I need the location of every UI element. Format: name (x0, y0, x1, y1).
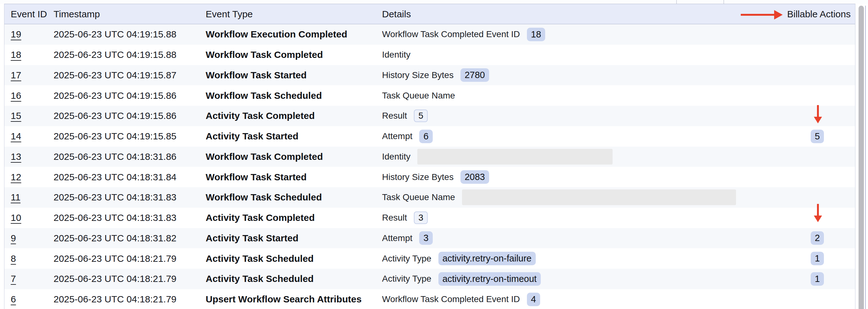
event-id-cell: 6 (4, 294, 54, 305)
event-id-link[interactable]: 15 (11, 110, 21, 121)
timestamp-cell: 2025-06-23 UTC 04:18:31.83 (54, 212, 206, 223)
timestamp-cell: 2025-06-23 UTC 04:19:15.85 (54, 131, 206, 142)
timestamp-cell: 2025-06-23 UTC 04:19:15.88 (54, 49, 206, 60)
detail-label: Task Queue Name (382, 91, 455, 101)
column-header-event-type[interactable]: Event Type (206, 9, 382, 20)
column-header-billable-actions[interactable]: Billable Actions (779, 9, 855, 20)
billable-count-badge: 5 (811, 130, 824, 143)
event-id-cell: 18 (4, 49, 54, 60)
table-row: 15 2025-06-23 UTC 04:19:15.86 Activity T… (4, 106, 855, 126)
detail-label: Workflow Task Completed Event ID (382, 294, 520, 304)
details-cell: History Size Bytes 2083 (382, 170, 779, 184)
event-type-cell: Workflow Task Started (206, 70, 382, 80)
detail-value-badge: 4 (527, 293, 540, 306)
table-row: 8 2025-06-23 UTC 04:18:21.79 Activity Ta… (4, 248, 855, 269)
timestamp-cell: 2025-06-23 UTC 04:19:15.86 (54, 90, 206, 101)
event-id-link[interactable]: 8 (11, 253, 16, 264)
detail-label: Task Queue Name (382, 192, 455, 202)
event-id-cell: 16 (4, 90, 54, 101)
details-cell: Attempt 3 (382, 231, 779, 245)
details-cell: Activity Type activity.retry-on-failure (382, 252, 779, 265)
partial-toolbar-strip (0, 0, 868, 4)
billable-actions-cell: 1 (779, 272, 855, 286)
billable-count-badge: 1 (811, 272, 824, 286)
event-id-cell: 12 (4, 172, 54, 182)
event-type-cell: Workflow Task Completed (206, 49, 382, 60)
timestamp-cell: 2025-06-23 UTC 04:18:21.79 (54, 273, 206, 284)
detail-label: Result (382, 213, 407, 223)
event-type-cell: Workflow Task Completed (206, 151, 382, 162)
table-row: 11 2025-06-23 UTC 04:18:31.83 Workflow T… (4, 187, 855, 208)
table-body: 19 2025-06-23 UTC 04:19:15.88 Workflow E… (4, 24, 855, 309)
detail-value-badge: 3 (419, 231, 432, 245)
event-id-link[interactable]: 16 (11, 90, 21, 101)
event-id-link[interactable]: 11 (11, 192, 21, 202)
event-id-cell: 14 (4, 131, 54, 142)
column-header-timestamp[interactable]: Timestamp (54, 9, 206, 20)
detail-value-badge: 2780 (461, 68, 489, 82)
event-id-link[interactable]: 19 (11, 29, 21, 39)
column-header-event-id[interactable]: Event ID (4, 9, 54, 20)
detail-label: Activity Type (382, 274, 432, 284)
event-type-cell: Activity Task Scheduled (206, 273, 382, 284)
event-id-cell: 11 (4, 192, 54, 203)
table-row: 17 2025-06-23 UTC 04:19:15.87 Workflow T… (4, 65, 855, 85)
event-id-link[interactable]: 7 (11, 273, 16, 284)
event-id-link[interactable]: 12 (11, 172, 21, 182)
column-header-details[interactable]: Details (382, 9, 779, 20)
detail-value-badge: 6 (419, 130, 432, 143)
event-type-cell: Workflow Task Started (206, 172, 382, 182)
event-type-cell: Activity Task Scheduled (206, 253, 382, 264)
details-cell: Identity (382, 50, 779, 60)
timestamp-cell: 2025-06-23 UTC 04:19:15.86 (54, 110, 206, 121)
detail-label: Activity Type (382, 253, 432, 264)
detail-label: History Size Bytes (382, 70, 454, 80)
toolbar-divider (723, 0, 724, 4)
table-row: 16 2025-06-23 UTC 04:19:15.86 Workflow T… (4, 85, 855, 106)
event-type-cell: Activity Task Started (206, 233, 382, 244)
timestamp-cell: 2025-06-23 UTC 04:18:31.82 (54, 233, 206, 244)
event-type-cell: Workflow Task Scheduled (206, 192, 382, 203)
table-row: 14 2025-06-23 UTC 04:19:15.85 Activity T… (4, 126, 855, 147)
event-id-link[interactable]: 18 (11, 49, 21, 60)
event-id-link[interactable]: 14 (11, 131, 21, 141)
workflow-event-history-table: Event ID Timestamp Event Type Details Bi… (4, 4, 856, 309)
detail-value-badge: 2083 (461, 170, 489, 184)
event-id-link[interactable]: 10 (11, 212, 21, 223)
red-down-arrow-icon (814, 105, 822, 123)
billable-actions-cell: 5 (779, 130, 855, 143)
window-scrollbar-edge (865, 6, 866, 309)
details-cell: Identity (382, 149, 779, 165)
billable-actions-cell: 2 (779, 231, 855, 245)
billable-count-badge: 1 (811, 252, 824, 265)
timestamp-cell: 2025-06-23 UTC 04:18:31.86 (54, 151, 206, 162)
event-id-link[interactable]: 6 (11, 294, 16, 304)
details-cell: Workflow Task Completed Event ID 4 (382, 293, 779, 306)
event-id-link[interactable]: 9 (11, 233, 16, 243)
table-row: 18 2025-06-23 UTC 04:19:15.88 Workflow T… (4, 45, 855, 65)
table-row: 6 2025-06-23 UTC 04:18:21.79 Upsert Work… (4, 289, 855, 309)
event-type-cell: Activity Task Completed (206, 212, 382, 223)
details-cell: Task Queue Name (382, 91, 779, 101)
timestamp-cell: 2025-06-23 UTC 04:18:21.79 (54, 294, 206, 305)
table-header-row: Event ID Timestamp Event Type Details Bi… (4, 4, 855, 24)
details-cell: Activity Type activity.retry-on-timeout (382, 272, 779, 286)
table-row: 10 2025-06-23 UTC 04:18:31.83 Activity T… (4, 208, 855, 228)
vertical-scrollbar-thumb[interactable] (859, 6, 864, 309)
redacted-value-box (462, 190, 736, 205)
event-id-link[interactable]: 13 (11, 151, 21, 162)
detail-value-badge: 5 (414, 109, 428, 122)
event-type-cell: Activity Task Started (206, 131, 382, 142)
detail-label: Workflow Task Completed Event ID (382, 29, 520, 39)
billable-count-badge: 2 (811, 231, 824, 245)
event-type-cell: Workflow Execution Completed (206, 29, 382, 40)
event-id-cell: 19 (4, 29, 54, 40)
event-type-cell: Upsert Workflow Search Attributes (206, 294, 382, 305)
timestamp-cell: 2025-06-23 UTC 04:18:21.79 (54, 253, 206, 264)
detail-value-badge: 3 (414, 211, 428, 224)
details-cell: Result 3 (382, 211, 779, 224)
event-id-link[interactable]: 17 (11, 70, 21, 80)
event-id-cell: 17 (4, 70, 54, 80)
details-cell: Workflow Task Completed Event ID 18 (382, 28, 779, 41)
timestamp-cell: 2025-06-23 UTC 04:19:15.88 (54, 29, 206, 40)
